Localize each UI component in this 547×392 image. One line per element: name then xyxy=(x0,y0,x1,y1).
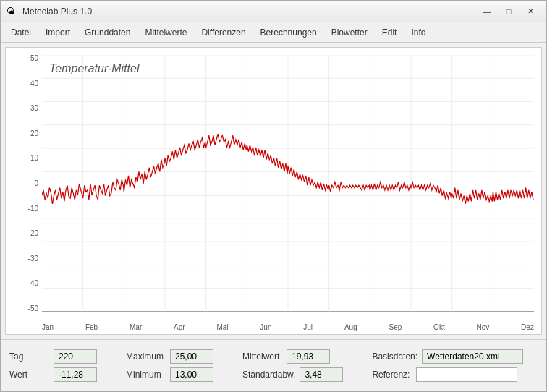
basis-ref-group: Basisdaten: Wetterdaten20.xml Referenz: xyxy=(372,349,523,382)
y-label-n40: -40 xyxy=(9,280,38,287)
y-label-30: 30 xyxy=(9,105,38,112)
tag-label: Tag xyxy=(9,351,49,362)
x-label-mar: Mar xyxy=(130,323,142,331)
minimize-button[interactable]: — xyxy=(477,4,497,19)
y-label-n10: -10 xyxy=(9,205,38,213)
y-label-50: 50 xyxy=(9,55,38,62)
x-label-nov: Nov xyxy=(476,323,489,331)
y-label-n50: -50 xyxy=(9,305,38,312)
main-window: 🌤 Meteolab Plus 1.0 — □ ✕ Datei Import G… xyxy=(0,0,547,392)
menu-datei[interactable]: Datei xyxy=(4,25,38,41)
x-label-dez: Dez xyxy=(521,323,534,331)
wert-value: -11,28 xyxy=(54,367,97,382)
window-title: Meteolab Plus 1.0 xyxy=(22,7,92,17)
x-label-mai: Mai xyxy=(216,323,228,331)
min-value: 13,00 xyxy=(170,367,213,382)
x-label-apr: Apr xyxy=(174,323,185,331)
mittelwert-value: 19,93 xyxy=(287,349,330,364)
menu-info[interactable]: Info xyxy=(404,25,433,41)
tag-wert-group: Tag 220 Wert -11,28 xyxy=(9,349,97,382)
bottom-panel: Tag 220 Wert -11,28 Maximum 25,00 Minimu… xyxy=(1,339,546,391)
std-value: 3,48 xyxy=(300,367,343,382)
min-row: Minimum 13,00 xyxy=(126,367,213,382)
mittelwert-row: Mittelwert 19,93 xyxy=(242,349,343,364)
chart-svg xyxy=(42,55,534,312)
app-icon: 🌤 xyxy=(7,6,18,17)
menu-berechnungen[interactable]: Berechnungen xyxy=(253,25,324,41)
menu-import[interactable]: Import xyxy=(38,25,77,41)
menu-biowetter[interactable]: Biowetter xyxy=(324,25,375,41)
max-row: Maximum 25,00 xyxy=(126,349,213,364)
maximize-button[interactable]: □ xyxy=(499,4,519,19)
title-bar: 🌤 Meteolab Plus 1.0 — □ ✕ xyxy=(1,1,546,22)
y-label-n20: -20 xyxy=(9,230,38,237)
x-label-jan: Jan xyxy=(42,323,54,331)
menu-differenzen[interactable]: Differenzen xyxy=(194,25,253,41)
title-bar-controls: — □ ✕ xyxy=(477,4,540,19)
std-label: Standardabw. xyxy=(242,370,295,380)
mittel-std-group: Mittelwert 19,93 Standardabw. 3,48 xyxy=(242,349,343,382)
tag-row: Tag 220 xyxy=(9,349,97,364)
basisdaten-value: Wetterdaten20.xml xyxy=(422,349,523,364)
std-row: Standardabw. 3,48 xyxy=(242,367,343,382)
chart-svg-wrapper xyxy=(42,55,534,312)
max-value: 25,00 xyxy=(170,349,213,364)
menu-mittelwerte[interactable]: Mittelwerte xyxy=(137,25,194,41)
y-label-10: 10 xyxy=(9,155,38,162)
max-min-group: Maximum 25,00 Minimum 13,00 xyxy=(126,349,213,382)
referenz-value xyxy=(416,367,517,382)
y-label-0: 0 xyxy=(9,180,38,187)
x-axis-labels: Jan Feb Mar Apr Mai Jun Jul Aug Sep Okt … xyxy=(42,323,534,331)
mittelwert-label: Mittelwert xyxy=(242,351,282,362)
x-label-aug: Aug xyxy=(344,323,357,331)
x-label-feb: Feb xyxy=(85,323,98,331)
y-label-n30: -30 xyxy=(9,255,38,263)
y-label-20: 20 xyxy=(9,130,38,137)
y-label-40: 40 xyxy=(9,80,38,88)
menu-grunddaten[interactable]: Grunddaten xyxy=(77,25,137,41)
x-label-jun: Jun xyxy=(260,323,271,331)
x-label-okt: Okt xyxy=(433,323,445,331)
referenz-label: Referenz: xyxy=(372,370,412,380)
title-bar-left: 🌤 Meteolab Plus 1.0 xyxy=(7,6,92,17)
min-label: Minimum xyxy=(126,370,166,380)
basisdaten-label: Basisdaten: xyxy=(372,351,417,362)
wert-row: Wert -11,28 xyxy=(9,367,97,382)
menu-edit[interactable]: Edit xyxy=(375,25,404,41)
referenz-row: Referenz: xyxy=(372,367,523,382)
close-button[interactable]: ✕ xyxy=(520,4,540,19)
chart-area: Temperatur-Mittel 50 40 30 20 10 0 -10 -… xyxy=(5,47,542,335)
basisdaten-row: Basisdaten: Wetterdaten20.xml xyxy=(372,349,523,364)
x-label-jul: Jul xyxy=(303,323,313,331)
y-axis-labels: 50 40 30 20 10 0 -10 -20 -30 -40 -50 xyxy=(9,55,38,312)
wert-label: Wert xyxy=(9,370,49,380)
x-label-sep: Sep xyxy=(389,323,402,331)
menu-bar: Datei Import Grunddaten Mittelwerte Diff… xyxy=(1,22,546,43)
tag-value: 220 xyxy=(54,349,97,364)
max-label: Maximum xyxy=(126,351,166,362)
